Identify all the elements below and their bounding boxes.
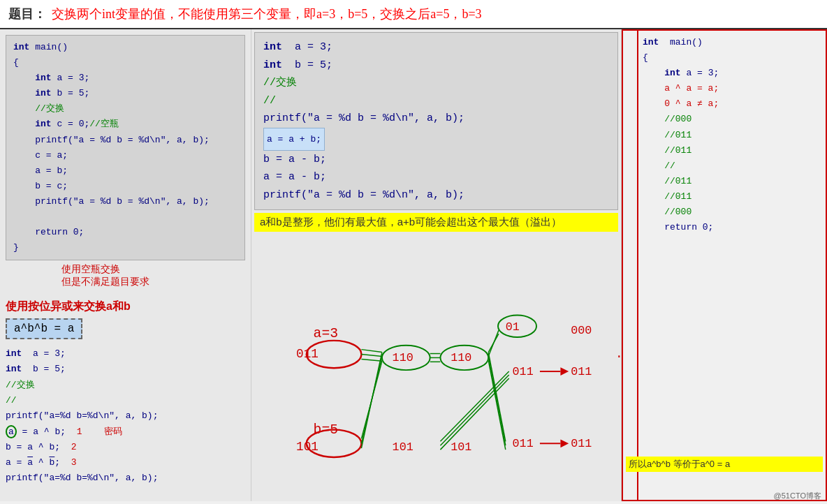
svg-line-27 [488,330,499,356]
bottom-left-section: 使用按位异或来交换a和b a^b^b = a int a = 3; int b … [6,299,245,486]
svg-line-23 [488,360,506,450]
rp-line-5: 0 ^ a ≠ a; [643,96,820,112]
rp-line-12: //000 [643,205,820,220]
code-line-14: } [13,240,237,255]
code-line-1: int main() [13,40,237,55]
svg-text:011: 011 [513,365,534,378]
mt-line-6: a = a + b; [263,128,325,151]
bl-code-5: printf("a=%d b=%d\n", a, b); [6,408,245,424]
svg-text:000: 000 [571,324,592,337]
title-bar: 题目： 交换两个int变量的值，不能使用第三个变量，即a=3，b=5，交换之后a… [0,0,827,29]
bl-code-3: //交换 [6,378,245,393]
svg-text:011: 011 [571,437,592,450]
svg-text:a=3: a=3 [314,326,338,341]
rp-line-10: //011 [643,174,820,189]
xor-diagram-svg: a=3 011 b=5 101 110 101 [258,267,657,483]
svg-text:101: 101 [451,440,471,454]
mt-line-9: printf("a = %d b = %d\n", a, b); [263,186,609,205]
mt-line-2: int b = 5; [263,57,609,75]
middle-top-code: int a = 3; int b = 5; //交换 // printf("a … [254,32,618,210]
mt-line-3: //交换 [263,74,609,92]
code-line-4: int b = 5; [13,86,237,101]
code-line-5: //交换 [13,101,237,117]
title-content: 交换两个int变量的值，不能使用第三个变量，即a=3，b=5，交换之后a=5，b… [52,6,482,22]
svg-line-9 [361,350,381,353]
rp-line-4: a ^ a = a; [643,81,820,96]
yellow-warning: a和b是整形，他们有最大值，a+b可能会超出这个最大值（溢出） [254,213,618,232]
svg-line-11 [361,359,381,361]
title-label: 题目： [8,6,46,22]
svg-text:01: 01 [506,320,520,334]
svg-line-14 [361,353,381,449]
svg-line-22 [488,356,506,445]
rp-line-1: int main() [643,35,820,50]
rp-line-8: //011 [643,143,820,158]
svg-text:110: 110 [393,351,414,364]
bl-code-6: a = a ^ b; 1 密码 [6,424,245,440]
bl-code-8: a = a ^ b; 3 [6,455,245,470]
code-line-10: b = c; [13,179,237,194]
mt-line-5: printf("a = %d b = %d\n", a, b); [263,110,609,128]
svg-text:110: 110 [451,351,471,364]
svg-line-10 [361,355,381,357]
right-panel-divider [637,31,638,500]
main-content: int main() { int a = 3; int b = 5; //交换 … [0,29,827,501]
mt-line-8: a = a - b; [263,168,609,186]
code-line-8: c = a; [13,148,237,163]
left-panel: int main() { int a = 3; int b = 5; //交换 … [0,29,251,501]
right-yellow-note: 所以a^b^b 等价于a^0 = a [626,457,823,472]
code-line-7: printf("a = %d b = %d\n", a, b); [13,133,237,148]
rp-line-7: //011 [643,128,820,143]
bl-code-2: int b = 5; [6,362,245,377]
svg-text:011: 011 [513,437,534,450]
svg-text:101: 101 [393,440,414,454]
mt-line-7: b = a - b; [263,151,609,169]
xor-section-title: 使用按位异或来交换a和b [6,299,245,314]
code-line-12 [13,209,237,225]
code-line-3: int a = 3; [13,71,237,86]
bl-code-4: // [6,393,245,408]
xor-formula-container: a^b^b = a [6,318,245,342]
middle-panel: int a = 3; int b = 5; //交换 // printf("a … [251,29,622,501]
rp-line-3: int a = 3; [643,66,820,81]
rp-line-9: // [643,158,820,174]
code-line-6: int c = 0;//空瓶 [13,117,237,132]
rp-line-13: return 0; [643,220,820,235]
rp-line-11: //011 [643,189,820,205]
svg-marker-34 [560,367,569,376]
top-left-code-block: int main() { int a = 3; int b = 5; //交换 … [6,35,245,260]
rp-line-2: { [643,50,820,66]
code-line-13: return 0; [13,225,237,240]
xor-formula-box: a^b^b = a [6,318,82,339]
annotation-1: 使用空瓶交换 [61,263,245,276]
mt-line-4: // [263,92,609,110]
bl-code-7: b = a ^ b; 2 [6,440,245,455]
bl-code-1: int a = 3; [6,346,245,362]
code-line-11: printf("a = %d b = %d\n", a, b); [13,194,237,209]
annotation-block: 使用空瓶交换 但是不满足题目要求 [61,263,245,288]
mt-line-1: int a = 3; [263,38,609,57]
right-yellow-note-container: 所以a^b^b 等价于a^0 = a [623,457,826,472]
svg-text:011: 011 [571,365,592,378]
rp-line-6: //000 [643,112,820,127]
bl-code-9: printf("a=%d b=%d\n", a, b); [6,470,245,486]
annotation-2: 但是不满足题目要求 [61,276,245,288]
right-code-block: int main() { int a = 3; a ^ a = a; 0 ^ a… [623,31,826,239]
code-line-9: a = b; [13,163,237,179]
right-panel: int main() { int a = 3; a ^ a = a; 0 ^ a… [622,29,827,501]
watermark: @51CTO博客 [774,491,821,501]
svg-marker-37 [560,439,569,447]
code-line-2: { [13,55,237,71]
